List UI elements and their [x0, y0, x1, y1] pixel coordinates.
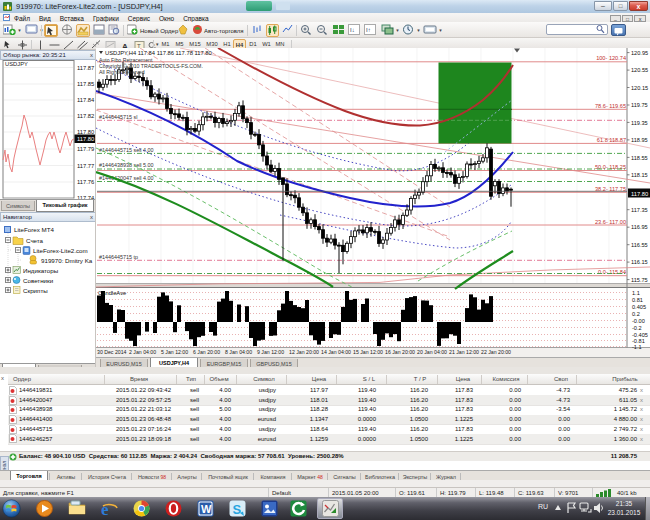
- svg-text:1.1: 1.1: [632, 290, 640, 296]
- svg-text:120.15: 120.15: [631, 85, 648, 91]
- svg-text:14 Jan 04:00: 14 Jan 04:00: [321, 349, 351, 355]
- svg-text:S: S: [233, 502, 242, 517]
- svg-text:I↑: I↑: [366, 27, 371, 33]
- svg-text:117.80: 117.80: [77, 129, 94, 135]
- svg-text:20 Jan 04:00: 20 Jan 04:00: [417, 349, 447, 355]
- svg-text:117.85: 117.85: [77, 81, 94, 87]
- svg-text:117.80: 117.80: [631, 191, 648, 197]
- svg-text:119.35: 119.35: [631, 120, 648, 126]
- svg-text:15 Jan 12:00: 15 Jan 12:00: [353, 349, 383, 355]
- svg-text:30 Dec 2014: 30 Dec 2014: [97, 349, 127, 355]
- svg-text:6 Jan 20:00: 6 Jan 20:00: [193, 349, 220, 355]
- svg-text:5 Jan 12:00: 5 Jan 12:00: [161, 349, 188, 355]
- svg-text:117.79: 117.79: [77, 146, 94, 152]
- svg-text:117.77: 117.77: [77, 163, 94, 169]
- svg-text:919970: Dmitry Ka: 919970: Dmitry Ka: [41, 257, 93, 264]
- svg-text:100- 120.74: 100- 120.74: [596, 55, 626, 61]
- svg-text:116.55: 116.55: [631, 242, 648, 248]
- svg-text:USDJPY,H4 117.84 117.86 117.7: USDJPY,H4 117.84 117.86 117.78 117.80: [105, 50, 212, 56]
- svg-text:78.6- 119.65: 78.6- 119.65: [595, 103, 626, 109]
- svg-text:2 Jan 04:00: 2 Jan 04:00: [129, 349, 156, 355]
- svg-text:116.95: 116.95: [631, 224, 648, 230]
- svg-text:12 Jan 20:00: 12 Jan 20:00: [289, 349, 319, 355]
- svg-text:USDJPY: USDJPY: [5, 61, 28, 67]
- svg-text:All Rights Reserved: All Rights Reserved: [99, 69, 145, 75]
- svg-text:21 Jan 12:00: 21 Jan 12:00: [449, 349, 479, 355]
- svg-text:W: W: [201, 503, 212, 515]
- svg-text:#1446438938 sell 5.00: #1446438938 sell 5.00: [99, 162, 154, 168]
- svg-text:-1.1: -1.1: [632, 344, 642, 350]
- svg-text:120.95: 120.95: [631, 50, 648, 56]
- svg-text:Советники: Советники: [23, 277, 54, 284]
- svg-text:0.2: 0.2: [632, 311, 640, 317]
- svg-text:9 Jan 12:00: 9 Jan 12:00: [257, 349, 284, 355]
- svg-text:I↓: I↓: [350, 27, 355, 33]
- svg-text:117.87: 117.87: [77, 65, 94, 71]
- svg-text:119.75: 119.75: [631, 102, 648, 108]
- svg-text:0.405: 0.405: [632, 304, 646, 310]
- svg-text:#1446445715 sell 4.00: #1446445715 sell 4.00: [99, 147, 154, 153]
- svg-text:117.35: 117.35: [631, 207, 648, 213]
- svg-text:LiteForex-Lite2.com: LiteForex-Lite2.com: [33, 247, 88, 254]
- svg-text:117.80: 117.80: [77, 136, 94, 142]
- svg-text:118.95: 118.95: [631, 137, 648, 143]
- svg-text:Счета: Счета: [26, 237, 44, 244]
- svg-text:116.15: 116.15: [631, 259, 648, 265]
- svg-text:117.76: 117.76: [77, 179, 94, 185]
- svg-text:0.81: 0.81: [632, 297, 643, 303]
- svg-text:117.82: 117.82: [77, 113, 94, 119]
- svg-text:LiteForex MT4: LiteForex MT4: [14, 226, 54, 233]
- svg-text:120.55: 120.55: [631, 67, 648, 73]
- svg-text:16 Jan 20:00: 16 Jan 20:00: [385, 349, 415, 355]
- svg-text:8 Jan 04:00: 8 Jan 04:00: [225, 349, 252, 355]
- svg-text:23.6- 117.00: 23.6- 117.00: [595, 219, 626, 225]
- svg-text:118.15: 118.15: [631, 172, 648, 178]
- svg-text:Скрипты: Скрипты: [23, 287, 48, 294]
- svg-text:CandleAve: CandleAve: [98, 290, 126, 296]
- svg-text:115.75: 115.75: [631, 277, 648, 283]
- svg-text:22 Jan 20:00: 22 Jan 20:00: [481, 349, 511, 355]
- svg-text:-0.2: -0.2: [632, 325, 642, 331]
- svg-text:e: e: [101, 500, 109, 517]
- svg-text:Индикаторы: Индикаторы: [23, 267, 59, 274]
- svg-text:118.55: 118.55: [631, 155, 648, 161]
- svg-text:0.0- 115.84: 0.0- 115.84: [598, 269, 626, 275]
- svg-text:117.84: 117.84: [77, 97, 95, 103]
- svg-text:-0.00: -0.00: [632, 318, 645, 324]
- svg-text:#1446445715 sl: #1446445715 sl: [99, 114, 137, 120]
- svg-text:#1446445715 tp: #1446445715 tp: [99, 254, 138, 260]
